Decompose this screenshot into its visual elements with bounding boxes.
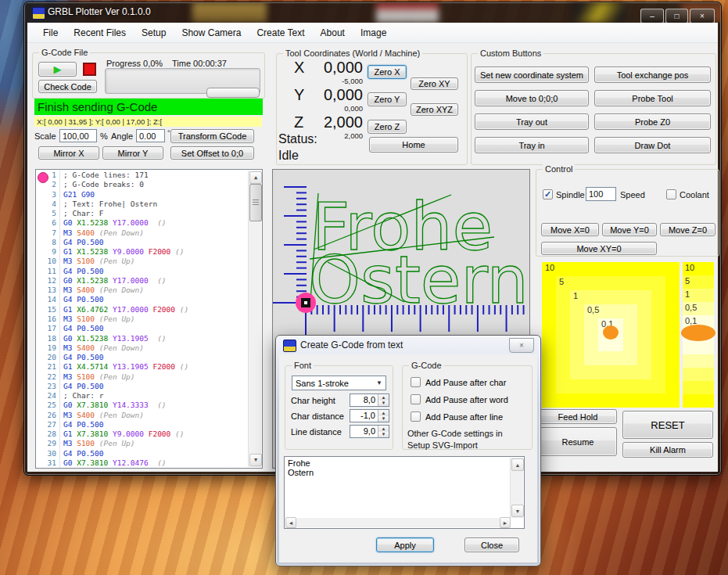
code-line[interactable]: 4; Text: Frohe| Ostern [36,199,249,209]
move-move-y-0-button[interactable]: Move Y=0 [602,223,657,236]
jog-xy-handle[interactable] [603,325,619,340]
code-line[interactable]: 23G4 P0.500 [36,382,249,391]
custom-button-probe-z0[interactable]: Probe Z0 [594,113,711,130]
spin-down-icon[interactable]: ▼ [378,432,389,438]
scroll-down-icon[interactable]: ▼ [249,454,262,466]
zero-xy-button[interactable]: Zero XY [411,77,458,90]
code-line[interactable]: 26M3 S400 (Pen Down) [36,411,249,420]
menu-item-file[interactable]: File [35,23,66,43]
code-line[interactable]: 31G0 X7.3810 Y12.0476 () [36,458,249,468]
code-line[interactable]: 16M3 S100 (Pen Up) [36,314,249,324]
dialog-close-action-button[interactable]: Close [464,537,519,552]
run-button[interactable]: ▶ [38,62,77,77]
progress-slider-thumb[interactable] [206,88,260,98]
home-button[interactable]: Home [369,137,458,153]
spin-down-icon[interactable]: ▼ [378,416,389,422]
code-line[interactable]: 3G21 G90 [36,190,249,199]
zero-y-button[interactable]: Zero Y [368,92,407,106]
jog-z-pad[interactable]: 10510,50,1 [683,262,714,408]
code-line[interactable]: 22M3 S100 (Pen Up) [36,372,249,382]
scroll-left-icon[interactable]: ◄ [285,517,296,528]
jog-z-zone[interactable] [683,341,714,354]
jog-z-zone[interactable] [683,394,714,408]
code-line[interactable]: 29M3 S100 (Pen Up) [36,439,249,448]
code-line[interactable]: 12G0 X1.5238 Y17.0000 () [36,276,249,286]
text-input[interactable]: Frohe Ostern [285,458,511,518]
zero-xyz-button[interactable]: Zero XYZ [411,103,458,116]
code-line[interactable]: 21G1 X4.5714 Y13.1905 F2000 () [36,362,249,372]
jog-z-zone[interactable] [683,354,714,368]
menu-item-recent-files[interactable]: Recent Files [66,23,134,43]
code-line[interactable]: 24; Char: r [36,391,249,401]
scroll-down-icon[interactable]: ▼ [511,505,524,517]
code-line[interactable]: 9G1 X1.5238 Y9.0000 F2000 () [36,247,249,257]
jog-xy-pad[interactable]: 10510,50,1 [542,262,680,408]
title-bar[interactable]: GRBL Plotter Ver 0.1.0.0 – □ × [24,2,721,23]
feed-hold-button[interactable]: Feed Hold [539,409,617,424]
code-line[interactable]: 28G1 X7.3810 Y9.0000 F2000 () [36,429,249,439]
menu-item-show-camera[interactable]: Show Camera [174,23,249,43]
move-xy-0-button[interactable]: Move XY=0 [541,242,657,255]
spin-down-icon[interactable]: ▼ [378,401,389,407]
jog-z-handle[interactable] [681,325,715,341]
menu-item-create-text[interactable]: Create Text [249,23,312,43]
add-pause-after-char-checkbox[interactable] [411,377,421,387]
custom-button-set-new-coordinate-system[interactable]: Set new coordinate system [475,66,589,83]
scroll-up-icon[interactable]: ▲ [249,171,262,184]
move-move-z-0-button[interactable]: Move Z=0 [660,223,715,236]
code-line[interactable]: 5; Char: F [36,209,249,218]
scroll-right-icon[interactable]: ► [500,517,511,528]
check-code-button[interactable]: Check Code [38,80,97,93]
code-line[interactable]: 10M3 S100 (Pen Up) [36,257,249,266]
code-line[interactable]: 17G4 P0.500 [36,324,249,333]
custom-button-draw-dot[interactable]: Draw Dot [594,137,711,153]
scale-input[interactable]: 100,00 [59,129,97,142]
maximize-button[interactable]: □ [665,9,688,23]
code-line[interactable]: 20G4 P0.500 [36,353,249,362]
set-offset-button[interactable]: Set Offset to 0;0 [170,146,254,160]
code-line[interactable]: 1; G-Code lines: 171 [36,171,249,180]
kill-alarm-button[interactable]: Kill Alarm [622,442,713,458]
code-line[interactable]: 18G0 X1.5238 Y13.1905 () [36,334,249,343]
code-line[interactable]: 14G4 P0.500 [36,295,249,304]
code-line[interactable]: 30G4 P0.500 [36,449,249,458]
mirror-y-button[interactable]: Mirror Y [102,146,163,160]
custom-button-tool-exchange-pos[interactable]: Tool exchange pos [594,66,711,83]
gcode-listbox[interactable]: 1; G-Code lines: 1712; G-Code breaks: 03… [35,169,263,469]
jog-z-zone[interactable] [683,368,714,381]
angle-input[interactable]: 0.00 [136,129,165,142]
code-line[interactable]: 15G1 X6.4762 Y17.0000 F2000 () [36,305,249,314]
code-line[interactable]: 25G0 X7.3810 Y14.3333 () [36,401,249,410]
code-line[interactable]: 2; G-Code breaks: 0 [36,180,249,189]
zero-x-button[interactable]: Zero X [368,65,407,79]
add-pause-after-word-checkbox[interactable] [411,394,421,404]
reset-button[interactable]: RESET [622,411,713,439]
custom-button-move-to-0-0-0[interactable]: Move to 0;0;0 [475,90,589,106]
jog-z-zone[interactable] [683,381,714,394]
apply-button[interactable]: Apply [376,537,434,552]
custom-button-tray-out[interactable]: Tray out [475,113,589,130]
custom-button-probe-tool[interactable]: Probe Tool [594,90,711,106]
gcode-scrollbar[interactable]: ▲ ▼ [248,171,261,467]
custom-button-tray-in[interactable]: Tray in [475,137,589,153]
zero-z-button[interactable]: Zero Z [368,120,407,134]
char-distance-spinner[interactable]: -1,0▲▼ [350,409,389,422]
transform-gcode-button[interactable]: Transform GCode [170,129,254,143]
dialog-title-bar[interactable]: Create G-Code from text × [276,336,540,354]
code-line[interactable]: 11G4 P0.500 [36,267,249,276]
code-line[interactable]: 8G4 P0.500 [36,238,249,247]
stop-button[interactable] [83,63,96,76]
code-line[interactable]: 7M3 S400 (Pen Down) [36,228,249,238]
char-height-spinner[interactable]: 8,0▲▼ [350,394,389,407]
code-line[interactable]: 27G4 P0.500 [36,420,249,429]
spin-up-icon[interactable]: ▲ [378,394,389,401]
dialog-close-button[interactable]: × [509,338,534,353]
code-line[interactable]: 19M3 S400 (Pen Down) [36,343,249,353]
menu-item-about[interactable]: About [313,23,353,43]
scrollbar-thumb[interactable] [249,184,262,221]
add-pause-after-line-checkbox[interactable] [411,411,421,422]
spin-up-icon[interactable]: ▲ [378,410,389,416]
code-line[interactable]: 13M3 S400 (Pen Down) [36,286,249,295]
close-button[interactable]: × [690,9,715,23]
menu-item-image[interactable]: Image [353,23,394,43]
